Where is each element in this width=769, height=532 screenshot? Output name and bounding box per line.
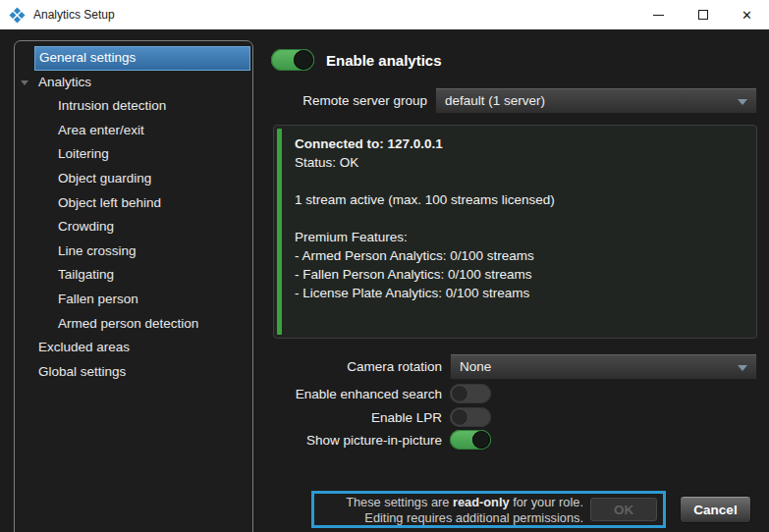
ok-button[interactable]: OK: [590, 498, 657, 521]
titlebar: Analytics Setup ✕: [0, 0, 769, 29]
enable-lpr-label: Enable LPR: [271, 410, 442, 425]
window-controls: ✕: [636, 0, 769, 29]
toggle-knob: [472, 431, 490, 449]
sidebar-item-crowding[interactable]: Crowding: [34, 215, 250, 239]
sidebar-item-area-enter-exit[interactable]: Area enter/exit: [34, 119, 250, 143]
remote-server-group-label: Remote server group: [271, 93, 427, 108]
window-title: Analytics Setup: [33, 8, 115, 22]
sidebar-item-excluded-areas[interactable]: Excluded areas: [34, 336, 250, 360]
chevron-down-icon: [738, 99, 747, 105]
sidebar-item-object-left-behind[interactable]: Object left behind: [34, 191, 250, 216]
toggle-knob: [451, 408, 468, 426]
enable-lpr-toggle[interactable]: [450, 407, 491, 427]
picture-in-picture-row: Show picture-in-picture: [271, 430, 491, 450]
sidebar-item-label: Analytics: [38, 75, 91, 89]
enable-analytics-row: Enable analytics: [271, 49, 442, 71]
sidebar-item-object-guarding[interactable]: Object guarding: [34, 167, 250, 191]
minimize-button[interactable]: [636, 0, 681, 29]
sidebar-item-fallen-person[interactable]: Fallen person: [34, 288, 250, 312]
status-ok: Status: OK: [295, 153, 748, 172]
toggle-knob: [451, 385, 468, 402]
camera-rotation-row: Camera rotation None: [271, 353, 757, 380]
sidebar-item-intrusion-detection[interactable]: Intrusion detection: [34, 94, 250, 119]
maximize-icon: [698, 10, 708, 20]
connection-status-panel: Connected to: 127.0.0.1 Status: OK 1 str…: [273, 125, 757, 339]
enhanced-search-row: Enable enhanced search: [271, 384, 491, 403]
notice-text-before: These settings are: [346, 495, 453, 509]
camera-rotation-dropdown[interactable]: None: [450, 353, 757, 380]
sidebar-item-loitering[interactable]: Loitering: [34, 142, 250, 167]
app-logo-icon: [9, 7, 26, 24]
collapse-arrow-icon[interactable]: [21, 80, 28, 85]
status-lines: Connected to: 127.0.0.1 Status: OK 1 str…: [295, 134, 748, 302]
maximize-button[interactable]: [681, 0, 725, 29]
sidebar-item-general-settings[interactable]: General settings: [34, 46, 250, 71]
readonly-notice: These settings are read-only for your ro…: [311, 491, 666, 528]
status-blank: [295, 172, 748, 190]
notice-text-after: for your role.: [510, 495, 583, 509]
sidebar-item-tailgating[interactable]: Tailgating: [34, 263, 250, 288]
remote-server-group-value: default (1 server): [445, 93, 545, 108]
close-icon: ✕: [742, 8, 752, 23]
sidebar-item-armed-person-detection[interactable]: Armed person detection: [34, 312, 250, 337]
camera-rotation-label: Camera rotation: [271, 359, 442, 374]
close-button[interactable]: ✕: [725, 0, 769, 29]
remote-server-group-dropdown[interactable]: default (1 server): [435, 87, 757, 114]
enable-lpr-row: Enable LPR: [271, 407, 491, 427]
toggle-knob: [294, 50, 313, 70]
status-fallen-person: - Fallen Person Analytics: 0/100 streams: [295, 265, 748, 284]
notice-text-line2: Editing requires additional permissions.: [364, 510, 583, 525]
sidebar-item-global-settings[interactable]: Global settings: [34, 360, 250, 385]
sidebar-item-analytics[interactable]: Analytics: [34, 71, 250, 95]
enable-analytics-toggle[interactable]: [271, 49, 314, 71]
minimize-icon: [653, 15, 664, 16]
cancel-button[interactable]: Cancel: [680, 496, 751, 523]
sidebar-item-line-crossing[interactable]: Line crossing: [34, 239, 250, 264]
status-premium-header: Premium Features:: [295, 228, 748, 246]
status-streams: 1 stream active (max. 100 streams licens…: [295, 190, 748, 209]
chevron-down-icon: [738, 365, 747, 371]
picture-in-picture-toggle[interactable]: [450, 430, 491, 450]
status-license-plate: - License Plate Analytics: 0/100 streams: [295, 284, 748, 302]
enhanced-search-toggle[interactable]: [450, 384, 491, 403]
remote-server-group-row: Remote server group default (1 server): [271, 87, 757, 114]
notice-text-bold: read-only: [453, 495, 510, 509]
status-connected-to: Connected to: 127.0.0.1: [295, 134, 748, 153]
camera-rotation-value: None: [460, 359, 491, 374]
enable-analytics-label: Enable analytics: [326, 52, 442, 69]
settings-tree: General settings Analytics Intrusion det…: [14, 40, 253, 532]
picture-in-picture-label: Show picture-in-picture: [271, 433, 442, 448]
status-blank: [295, 209, 748, 228]
dialog-content: General settings Analytics Intrusion det…: [0, 29, 769, 532]
analytics-setup-window: Analytics Setup ✕ General settings Analy…: [0, 0, 769, 532]
readonly-notice-text: These settings are read-only for your ro…: [320, 495, 583, 525]
status-accent-bar: [277, 129, 282, 335]
enhanced-search-label: Enable enhanced search: [271, 387, 442, 401]
status-armed-person: - Armed Person Analytics: 0/100 streams: [295, 246, 748, 265]
